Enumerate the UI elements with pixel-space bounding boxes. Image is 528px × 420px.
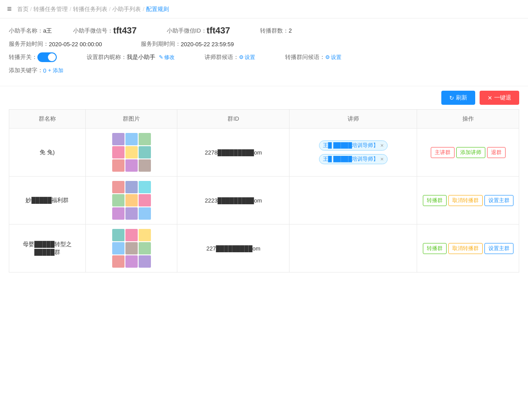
- broadcast-greeting-label: 转播群问候语：: [285, 53, 325, 61]
- broadcast-greeting-action-label: 设置: [331, 54, 341, 61]
- one-click-button[interactable]: ✕ 一键退: [480, 91, 519, 105]
- cancel-broadcast-button-3[interactable]: 取消转播群: [448, 243, 483, 254]
- breadcrumb-task-list[interactable]: 转播任务列表: [73, 5, 107, 13]
- refresh-button[interactable]: ↻ 刷新: [441, 91, 475, 105]
- keyword-add-button[interactable]: + 添加: [48, 67, 63, 74]
- row1-id: 2278█████████om: [177, 129, 290, 177]
- avatar-9: [139, 159, 151, 172]
- table-row: 母婴█████转型之█████群 227█████████om: [9, 225, 519, 273]
- teacher-tag-1-label: 王█ █████培训导师】: [323, 142, 378, 149]
- actions-bar: ↻ 刷新 ✕ 一键退: [0, 86, 528, 109]
- col-header-img: 群图片: [85, 110, 177, 129]
- avatar-r2-4: [112, 194, 125, 206]
- broadcast-switch-item: 转播开关：: [9, 52, 57, 62]
- avatar-r2-1: [112, 181, 125, 193]
- avatar-6: [139, 146, 151, 158]
- service-start-value: 2020-05-22 00:00:00: [49, 41, 102, 48]
- sep-3: /: [109, 6, 111, 12]
- breadcrumb-assistant-list[interactable]: 小助手列表: [112, 5, 141, 13]
- avatar-r2-7: [112, 207, 125, 220]
- broadcast-greeting-set-button[interactable]: ⚙ 设置: [325, 54, 341, 61]
- avatar-r3-3: [139, 229, 151, 241]
- service-end-label: 服务到期时间：: [141, 40, 181, 48]
- sep-4: /: [143, 6, 144, 12]
- avatar-r3-8: [125, 255, 138, 268]
- set-main-button-2[interactable]: 设置主群: [484, 195, 513, 206]
- broadcast-toggle[interactable]: [37, 52, 57, 62]
- header: ≡ 首页 / 转播任务管理 / 转播任务列表 / 小助手列表 / 配置规则: [0, 0, 528, 18]
- service-end-value: 2020-05-22 23:59:59: [181, 41, 234, 48]
- avatar-8: [125, 159, 138, 172]
- broadcast-button-3[interactable]: 转播群: [423, 243, 447, 254]
- row1-image-grid: [112, 133, 151, 172]
- row3-image-grid: [112, 229, 151, 268]
- avatar-r2-8: [125, 207, 138, 220]
- breadcrumb-home[interactable]: 首页: [17, 5, 29, 13]
- row2-img: [85, 177, 177, 225]
- leave-button-1[interactable]: 退群: [487, 147, 506, 158]
- col-header-id: 群ID: [177, 110, 290, 129]
- row1-actions: 主讲群 添加讲师 退群: [417, 129, 519, 177]
- nickname-edit-button[interactable]: ✎ 修改: [159, 54, 175, 61]
- avatar-4: [112, 146, 125, 158]
- avatar-r2-5: [125, 194, 138, 206]
- set-main-button-3[interactable]: 设置主群: [484, 243, 513, 254]
- one-click-label: 一键退: [494, 94, 511, 102]
- header-row: 群名称 群图片 群ID 讲师 操作: [9, 110, 519, 129]
- avatar-r3-6: [139, 242, 151, 254]
- service-start-label: 服务开始时间：: [9, 40, 49, 48]
- main-group-button[interactable]: 主讲群: [431, 147, 455, 158]
- service-end-item: 服务到期时间： 2020-05-22 23:59:59: [141, 40, 234, 48]
- keyword-count: 0: [43, 67, 46, 74]
- menu-icon[interactable]: ≡: [7, 4, 12, 14]
- lecturer-greeting-label: 讲师群候语：: [205, 53, 239, 61]
- wechat-id-value: tft437: [113, 26, 136, 36]
- avatar-r2-2: [125, 181, 138, 193]
- avatar-r2-9: [139, 207, 151, 220]
- add-teacher-button[interactable]: 添加讲师: [456, 147, 485, 158]
- keyword-item: 添加关键字： 0 + 添加: [9, 66, 63, 74]
- nickname-edit-label: 修改: [164, 54, 175, 61]
- avatar-2: [125, 133, 138, 145]
- avatar-5: [125, 146, 138, 158]
- row2-actions: 转播群 取消转播群 设置主群: [417, 177, 519, 225]
- lecturer-greeting-set-button[interactable]: ⚙ 设置: [239, 54, 255, 61]
- breadcrumb-config: 配置规则: [146, 5, 169, 13]
- groups-table: 群名称 群图片 群ID 讲师 操作 免 兔): [9, 109, 519, 273]
- service-start-item: 服务开始时间： 2020-05-22 00:00:00: [9, 40, 102, 48]
- row3-name: 母婴█████转型之█████群: [9, 225, 86, 273]
- row3-teachers: [290, 225, 417, 273]
- table-row: 妙█████福利群 2223█████████om: [9, 177, 519, 225]
- teacher-tag-1-close[interactable]: ✕: [380, 143, 384, 148]
- settings-icon-2: ⚙: [325, 54, 330, 60]
- row2-action-buttons: 转播群 取消转播群 设置主群: [421, 195, 515, 206]
- wechat-mid-item: 小助手微信ID： tft437: [167, 26, 230, 36]
- keyword-label: 添加关键字：: [9, 66, 43, 74]
- wechat-id-label: 小助手微信号：: [73, 27, 113, 35]
- col-header-actions: 操作: [417, 110, 519, 129]
- wechat-mid-label: 小助手微信ID：: [167, 27, 207, 35]
- row2-teachers: [290, 177, 417, 225]
- close-icon: ✕: [488, 95, 492, 101]
- row1-name: 免 兔): [9, 129, 86, 177]
- row2-id: 2223█████████om: [177, 177, 290, 225]
- avatar-r3-9: [139, 255, 151, 268]
- row3-img: [85, 225, 177, 273]
- row3-id: 227█████████om: [177, 225, 290, 273]
- nickname-item: 设置群内昵称： 我是小助手 ✎ 修改: [87, 53, 175, 61]
- wechat-mid-value: tft437: [207, 26, 230, 36]
- row1-teachers: 王█ █████培训导师】 ✕ 王█ █████培训导师】 ✕: [290, 129, 417, 177]
- teacher-tag-2: 王█ █████培训导师】 ✕: [319, 154, 388, 164]
- col-header-name: 群名称: [9, 110, 86, 129]
- row1-img: [85, 129, 177, 177]
- cancel-broadcast-button-2[interactable]: 取消转播群: [448, 195, 483, 206]
- teacher-tag-2-close[interactable]: ✕: [380, 157, 384, 162]
- avatar-1: [112, 133, 125, 145]
- refresh-label: 刷新: [456, 94, 467, 102]
- row3-actions: 转播群 取消转播群 设置主群: [417, 225, 519, 273]
- broadcast-button-2[interactable]: 转播群: [423, 195, 447, 206]
- breadcrumb-task-mgmt[interactable]: 转播任务管理: [33, 5, 68, 13]
- assistant-name-item: 小助手名称： a王: [9, 27, 52, 35]
- broadcast-switch-label: 转播开关：: [9, 53, 37, 61]
- toggle-slider: [37, 52, 57, 62]
